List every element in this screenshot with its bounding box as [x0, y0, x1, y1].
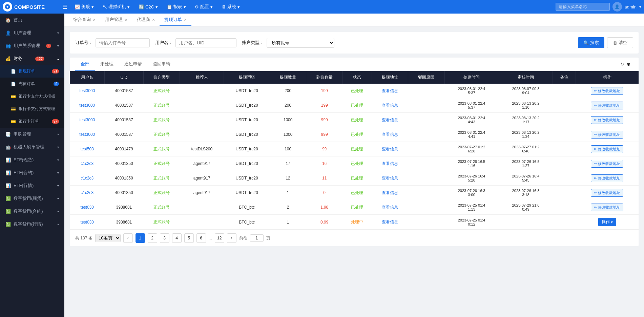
- modify-address-button[interactable]: ✏ 修改收款地址: [591, 145, 623, 153]
- address-link[interactable]: 查看信息: [382, 205, 398, 210]
- page-btn-4[interactable]: 4: [172, 233, 182, 243]
- username-link[interactable]: test030: [81, 220, 94, 225]
- tab-user-management[interactable]: 用户管理 ✕: [100, 14, 132, 26]
- username-link[interactable]: test3000: [79, 88, 95, 93]
- refresh-icon[interactable]: ↻: [620, 62, 624, 67]
- address-link[interactable]: 查看信息: [382, 132, 398, 137]
- subtab-pending[interactable]: 未处理: [95, 58, 119, 71]
- sidebar-item-subscription[interactable]: 📑 申购管理 ▾: [0, 128, 64, 141]
- modify-address-button[interactable]: ✏ 修改收款地址: [591, 102, 623, 109]
- subtab-approved[interactable]: 通过申请: [119, 58, 147, 71]
- page-btn-last[interactable]: 12: [215, 233, 224, 243]
- sidebar-item-user-management[interactable]: 👤 用户管理 ▾: [0, 26, 64, 39]
- sidebar-item-bank-template[interactable]: 💳 银行卡支付方式模板: [0, 90, 64, 103]
- account-type-select[interactable]: 所有账号 正式账号 测试账号: [267, 38, 334, 48]
- hamburger-icon[interactable]: ☰: [62, 4, 67, 10]
- cell-username: test030: [70, 200, 105, 215]
- tab-withdraw-close[interactable]: ✕: [184, 18, 187, 22]
- tab-composite[interactable]: 综合查询 ✕: [68, 14, 100, 26]
- sidebar-item-bank-manage[interactable]: 💳 银行卡支付方式管理: [0, 103, 64, 115]
- nav-item-c2c[interactable]: 🔄C2C▾: [134, 3, 162, 11]
- admin-dropdown-icon[interactable]: ▾: [639, 5, 641, 9]
- cell-account-type: 正式账号: [143, 113, 180, 127]
- cell-chain: USDT_trc20: [224, 127, 270, 142]
- sidebar-item-crypto-market[interactable]: 💹 数字货币(行情) ▾: [0, 218, 64, 231]
- modify-address-button[interactable]: ✏ 修改收款地址: [591, 204, 623, 211]
- username-link[interactable]: test3000: [79, 103, 95, 108]
- sidebar-item-robot[interactable]: 🤖 机器人刷单管理 ▾: [0, 141, 64, 153]
- nav-item-reports[interactable]: 📋报表▾: [163, 2, 190, 11]
- username-link[interactable]: c1c2c3: [81, 176, 94, 181]
- order-no-input[interactable]: [96, 38, 150, 47]
- menu-search-input[interactable]: [556, 3, 610, 11]
- cell-reject-reason: [408, 127, 444, 142]
- next-page-button[interactable]: ›: [227, 233, 236, 243]
- page-btn-1[interactable]: 1: [136, 233, 145, 243]
- cell-account-type: 正式账号: [143, 156, 180, 171]
- page-btn-2[interactable]: 2: [148, 233, 157, 243]
- action-dropdown-button[interactable]: 操作▾: [598, 218, 616, 226]
- status-badge: 已处理: [351, 176, 363, 181]
- page-btn-3[interactable]: 3: [160, 233, 169, 243]
- cell-uid: 40001350: [105, 186, 144, 200]
- modify-address-button[interactable]: ✏ 修改收款地址: [591, 87, 623, 95]
- sidebar-item-home[interactable]: 🏠 首页: [0, 14, 64, 26]
- search-button[interactable]: 🔍 搜索: [578, 37, 604, 48]
- cell-status: 处理中: [342, 215, 372, 230]
- sidebar-item-recharge-orders[interactable]: 📄 充值订单 9: [0, 78, 64, 90]
- tab-composite-close[interactable]: ✕: [93, 18, 96, 22]
- nav-item-mining[interactable]: ⛏理财矿机▾: [99, 2, 134, 11]
- modify-address-button[interactable]: ✏ 修改收款地址: [591, 174, 623, 182]
- search-table-icon[interactable]: ⊕: [627, 62, 630, 67]
- subtab-all[interactable]: 全部: [75, 58, 95, 71]
- address-link[interactable]: 查看信息: [382, 161, 398, 166]
- modify-address-button[interactable]: ✏ 修改收款地址: [591, 131, 623, 139]
- cell-address: 查看信息: [372, 186, 408, 200]
- chevron-down-icon-4: ▾: [57, 145, 59, 149]
- address-link[interactable]: 查看信息: [382, 103, 398, 108]
- address-link[interactable]: 查看信息: [382, 147, 398, 151]
- address-link[interactable]: 查看信息: [382, 176, 398, 181]
- admin-label[interactable]: admin: [625, 4, 637, 9]
- username-link[interactable]: c1c2c3: [81, 161, 94, 166]
- modify-address-button[interactable]: ✏ 修改收款地址: [591, 116, 623, 124]
- username-link[interactable]: test030: [81, 205, 94, 210]
- username-link[interactable]: test3000: [79, 132, 95, 137]
- address-link[interactable]: 查看信息: [382, 190, 398, 195]
- cell-action: ✏ 修改收款地址: [576, 98, 639, 113]
- address-link[interactable]: 查看信息: [382, 219, 398, 224]
- nav-item-system[interactable]: 🖥系统▾: [217, 2, 244, 11]
- tab-agent-close[interactable]: ✕: [152, 18, 155, 22]
- subtab-rejected[interactable]: 驳回申请: [147, 58, 176, 71]
- address-link[interactable]: 查看信息: [382, 88, 398, 93]
- sidebar-item-etf-market[interactable]: 📊 ETF(行情) ▾: [0, 179, 64, 192]
- nav-item-config[interactable]: ⚙配置▾: [191, 2, 217, 11]
- col-referrer: 推荐人: [180, 71, 224, 84]
- sidebar-item-crypto-contract[interactable]: 💹 数字货币(合约) ▾: [0, 205, 64, 218]
- username-link[interactable]: c1c2c3: [81, 190, 94, 195]
- sidebar-item-bank-orders[interactable]: 💳 银行卡订单 97: [0, 115, 64, 128]
- cell-address: 查看信息: [372, 215, 408, 230]
- clear-button[interactable]: 🗑 清空: [607, 37, 633, 48]
- sidebar-item-user-relations[interactable]: 👥 用户关系管理 4 ▾: [0, 39, 64, 52]
- sidebar-item-etf-spot[interactable]: 📊 ETF(现货) ▾: [0, 153, 64, 166]
- sidebar-item-crypto-spot[interactable]: 💹 数字货币(现货) ▾: [0, 192, 64, 205]
- username-input[interactable]: [175, 38, 236, 47]
- modify-address-button[interactable]: ✏ 修改收款地址: [591, 160, 623, 168]
- username-link[interactable]: test503: [81, 147, 94, 151]
- sidebar-item-etf-contract[interactable]: 📊 ETF(合约) ▾: [0, 166, 64, 179]
- tab-user-close[interactable]: ✕: [125, 18, 127, 22]
- prev-page-button[interactable]: ‹: [123, 233, 133, 243]
- sidebar-item-finance[interactable]: 💰 财务 127 ▴: [0, 52, 64, 65]
- page-btn-6[interactable]: 6: [196, 233, 206, 243]
- page-btn-5[interactable]: 5: [184, 233, 194, 243]
- sidebar-item-withdraw-orders[interactable]: 📄 提现订单 21: [0, 65, 64, 78]
- page-size-select[interactable]: 10条/页 20条/页 50条/页: [95, 234, 121, 242]
- tab-withdraw-orders[interactable]: 提现订单 ✕: [160, 14, 191, 26]
- tab-agent[interactable]: 代理商 ✕: [132, 14, 160, 26]
- address-link[interactable]: 查看信息: [382, 118, 398, 122]
- username-link[interactable]: test3000: [79, 118, 95, 122]
- goto-page-input[interactable]: [250, 234, 264, 242]
- nav-item-stocks[interactable]: 📈美股▾: [70, 2, 98, 11]
- modify-address-button[interactable]: ✏ 修改收款地址: [591, 189, 623, 197]
